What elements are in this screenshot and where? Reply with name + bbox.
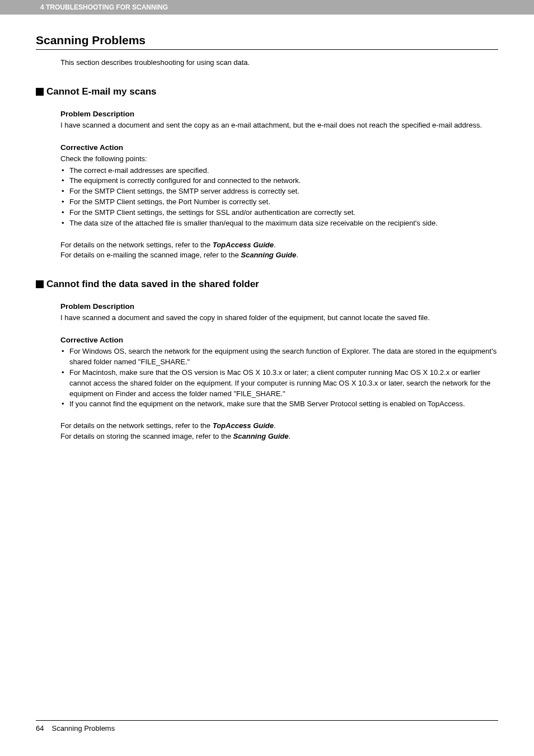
section-heading-email: Cannot E-mail my scans (36, 86, 498, 97)
list-item: For Windows OS, search the network for t… (60, 346, 498, 368)
list-item: For Macintosh, make sure that the OS ver… (60, 368, 498, 400)
section-heading-text: Cannot E-mail my scans (46, 86, 157, 97)
reference-block: For details on the network settings, ref… (60, 421, 498, 442)
reference-text: For details on the network settings, ref… (60, 421, 213, 430)
list-item: For the SMTP Client settings, the SMTP s… (60, 186, 498, 197)
reference-text: For details on storing the scanned image… (60, 432, 233, 440)
page-footer: 64Scanning Problems (36, 720, 498, 732)
problem-description-heading: Problem Description (60, 302, 498, 311)
problem-description-heading: Problem Description (60, 110, 498, 118)
reference-guide: TopAccess Guide (213, 421, 274, 430)
list-item: For the SMTP Client settings, the Port N… (60, 197, 498, 208)
footer-title: Scanning Problems (51, 724, 115, 732)
period: . (274, 421, 276, 430)
reference-guide: Scanning Guide (241, 251, 296, 259)
square-icon (36, 280, 44, 288)
problem-description-text: I have scanned a document and saved the … (60, 313, 498, 323)
problem-description-text: I have scanned a document and sent the c… (60, 120, 498, 131)
list-item: The data size of the attached file is sm… (60, 218, 498, 229)
reference-guide: TopAccess Guide (213, 241, 274, 249)
reference-line: For details on the network settings, ref… (60, 240, 498, 251)
corrective-action-lead: Check the following points: (60, 154, 498, 165)
period: . (296, 251, 298, 259)
corrective-action-heading: Corrective Action (60, 143, 498, 152)
page-title: Scanning Problems (36, 34, 498, 50)
list-item: The correct e-mail addresses are specifi… (60, 166, 498, 176)
period: . (289, 432, 291, 440)
checklist-folder: For Windows OS, search the network for t… (60, 346, 498, 410)
section-heading-text: Cannot find the data saved in the shared… (46, 279, 259, 290)
list-item: For the SMTP Client settings, the settin… (60, 208, 498, 218)
list-item: If you cannot find the equipment on the … (60, 399, 498, 410)
intro-text: This section describes troubleshooting f… (60, 58, 498, 68)
reference-block: For details on the network settings, ref… (60, 240, 498, 261)
reference-text: For details on the network settings, ref… (60, 241, 213, 249)
corrective-action-heading: Corrective Action (60, 336, 498, 344)
reference-line: For details on the network settings, ref… (60, 421, 498, 431)
reference-guide: Scanning Guide (233, 432, 289, 440)
chapter-header: 4 TROUBLESHOOTING FOR SCANNING (0, 0, 534, 15)
square-icon (36, 88, 44, 96)
section-heading-folder: Cannot find the data saved in the shared… (36, 279, 498, 290)
reference-text: For details on e-mailing the scanned ima… (60, 251, 241, 259)
period: . (274, 241, 276, 249)
reference-line: For details on storing the scanned image… (60, 431, 498, 442)
reference-line: For details on e-mailing the scanned ima… (60, 250, 498, 261)
page-number: 64 (36, 724, 44, 732)
list-item: The equipment is correctly configured fo… (60, 176, 498, 186)
page-body: Scanning Problems This section describes… (0, 34, 534, 442)
checklist-email: The correct e-mail addresses are specifi… (60, 166, 498, 229)
